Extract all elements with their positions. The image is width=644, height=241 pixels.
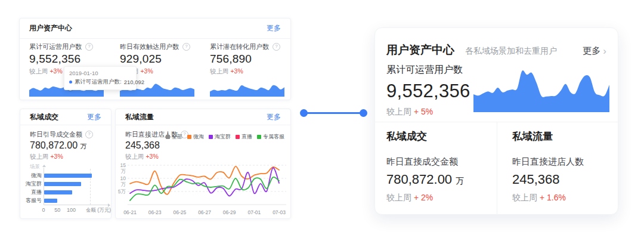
- legend-label: 全部: [172, 133, 182, 141]
- metric-value: 929,025: [120, 52, 204, 66]
- x-axis-tick-label: 06-29: [219, 209, 240, 215]
- section-title: 私域成交: [386, 129, 491, 143]
- section-title: 私域流量: [512, 129, 617, 143]
- x-axis-tick-label: 50: [51, 207, 63, 213]
- chart-legend: 全部微淘淘宝群直播专属客服: [166, 133, 284, 141]
- chart-tooltip: 2019-01-10 累计可运营用户数: 210,092: [64, 66, 137, 90]
- compare-label: 较上周: [386, 193, 411, 202]
- private-traffic-card: 私域流量 更多 昨日直接进店人数 ? 245,368 较上周 +3% 全部微淘淘…: [115, 109, 291, 219]
- bar-category-label: 客服号: [25, 197, 42, 204]
- bar: [44, 182, 81, 186]
- compare-label: 较上周: [30, 153, 49, 160]
- section-value: 780,872.00: [386, 172, 452, 187]
- card-title: 用户资产中心: [386, 42, 454, 58]
- card-title: 用户资产中心: [29, 23, 72, 33]
- x-axis-tick-label: 06-21: [120, 209, 140, 215]
- legend-item[interactable]: 全部: [166, 133, 182, 141]
- divider: [497, 122, 497, 214]
- metric-label: 昨日有效触达用户数: [120, 42, 179, 51]
- kpi-value: 245,368: [125, 140, 188, 151]
- legend-label: 淘宝群: [215, 133, 231, 141]
- metric-label: 累计可运营用户数: [29, 42, 82, 51]
- card-subtitle: 各私域场景加和去重用户: [465, 46, 557, 57]
- compare-value: + 1.6%: [540, 193, 566, 202]
- question-circle-icon[interactable]: ?: [85, 131, 93, 138]
- connector-dot-icon: [360, 109, 367, 117]
- card-header: 私域流量 更多: [116, 109, 290, 125]
- series-dot-icon: [69, 81, 72, 84]
- x-axis-tick-label: 06-25: [169, 209, 190, 215]
- tooltip-series-label: 累计可运营用户数:: [75, 78, 122, 86]
- compare-label: 较上周: [125, 153, 144, 160]
- compare-value: +3%: [49, 67, 62, 75]
- metric-label: 累计潜在转化用户数: [210, 42, 269, 51]
- x-axis-tick-label: 07-01: [244, 209, 264, 215]
- users-area-chart[interactable]: [473, 63, 609, 112]
- tooltip-value: 210,092: [124, 79, 144, 85]
- compare-value: + 2%: [414, 193, 433, 202]
- metric-label: 累计可运营用户数: [386, 64, 482, 76]
- more-link[interactable]: 更多: [267, 112, 281, 122]
- metric-operable-users: 累计可运营用户数 9,552,356 较上周 + 5%: [386, 64, 482, 118]
- more-link[interactable]: 更多: [87, 112, 101, 122]
- section-value: 245,368: [512, 172, 560, 187]
- scene-amount-bar-chart[interactable]: 场景 金额 (万元) 微淘淘宝群直播客服号050100: [25, 163, 114, 217]
- more-link[interactable]: 更多 ›: [583, 45, 606, 57]
- legend-label: 微淘: [193, 133, 204, 141]
- y-axis-tick-label: 15万: [116, 162, 126, 168]
- compare-value: +3%: [50, 153, 63, 160]
- x-axis-tick-labels: 06-2106-2306-2506-2706-2907-0107-03: [128, 209, 286, 215]
- compare-label: 较上周: [210, 67, 229, 75]
- compare-label: 较上周: [386, 107, 411, 116]
- x-axis-tick-label: 06-23: [145, 209, 165, 215]
- compare-label: 较上周: [512, 193, 537, 202]
- section-unit: 万: [456, 176, 464, 186]
- card-header: 用户资产中心 更多: [20, 18, 290, 39]
- section-label: 昨日直接成交金额: [386, 156, 491, 168]
- x-axis-tick-label: 07-03: [269, 209, 289, 215]
- legend-item[interactable]: 淘宝群: [209, 133, 231, 141]
- question-circle-icon[interactable]: ?: [182, 43, 190, 51]
- question-circle-icon[interactable]: ?: [273, 43, 280, 51]
- bar: [44, 174, 92, 178]
- sparkline-area-chart[interactable]: [210, 76, 284, 97]
- traffic-line-chart[interactable]: [128, 162, 286, 208]
- compare-value: +3%: [140, 67, 153, 75]
- bar-category-label: 直播: [25, 189, 42, 196]
- card-title: 私域流量: [125, 112, 154, 122]
- metric-value: 9,552,356: [386, 81, 482, 102]
- question-circle-icon[interactable]: ?: [85, 43, 93, 51]
- legend-item[interactable]: 专属客服: [257, 133, 284, 141]
- bar-chart-x-axis-label: 金额 (万元): [86, 207, 111, 214]
- compare-label: 较上周: [29, 67, 48, 75]
- y-axis-tick-label: 5万: [116, 189, 126, 194]
- card-header: 私域成交 更多: [20, 109, 111, 125]
- kpi-value: 780,872.00: [30, 140, 78, 150]
- kpi-unit: 万: [80, 143, 87, 150]
- legend-swatch-icon: [209, 135, 213, 139]
- zoom-connector-line: [304, 112, 363, 114]
- card-title: 私域成交: [30, 112, 58, 122]
- compare-value: +3%: [230, 67, 243, 75]
- bar-chart-y-axis-label: 场景: [30, 163, 40, 171]
- legend-label: 专属客服: [263, 133, 284, 141]
- y-axis-tick-label: 10万: [116, 175, 126, 181]
- x-axis-tick-label: 0: [38, 207, 49, 213]
- metric-potential-users: 累计潜在转化用户数 ? 756,890 较上周 +3%: [210, 43, 294, 97]
- x-axis-line: [44, 205, 108, 205]
- section-private-deal: 私域成交 昨日直接成交金额 780,872.00 万 较上周 + 2%: [386, 129, 491, 203]
- private-deal-card: 私域成交 更多 昨日引导成交金额 ? 780,872.00 万 较上周 +3% …: [20, 109, 112, 219]
- metric-value: 9,552,356: [29, 52, 113, 66]
- connector-dot-icon: [300, 109, 308, 117]
- kpi-label: 昨日引导成交金额: [30, 130, 82, 139]
- legend-item[interactable]: 微淘: [187, 133, 204, 141]
- legend-item[interactable]: 直播: [236, 133, 252, 141]
- user-assets-detail-card: 用户资产中心 各私域场景加和去重用户 更多 › 累计可运营用户数 9,552,3…: [374, 27, 618, 215]
- bar: [44, 199, 57, 203]
- legend-swatch-icon: [166, 135, 170, 139]
- compare-value: + 5%: [414, 107, 433, 116]
- section-label: 昨日直接进店人数: [512, 156, 617, 168]
- more-link[interactable]: 更多: [267, 23, 281, 33]
- tooltip-date: 2019-01-10: [69, 70, 131, 76]
- legend-swatch-icon: [187, 135, 191, 139]
